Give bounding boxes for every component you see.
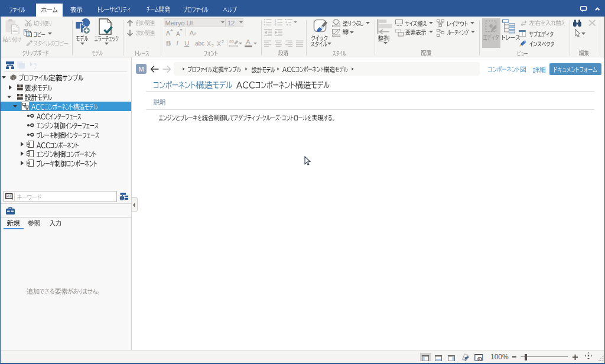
svg-text:3: 3 (275, 24, 277, 26)
svg-text:abl: abl (6, 194, 10, 198)
svg-text:ab: ab (229, 39, 234, 43)
